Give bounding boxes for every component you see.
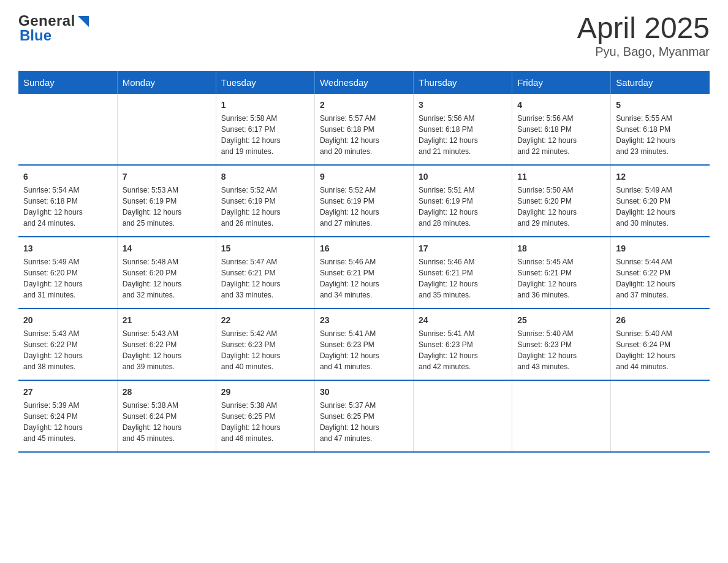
day-number: 22 (221, 314, 309, 327)
calendar-cell: 4Sunrise: 5:56 AM Sunset: 6:18 PM Daylig… (512, 94, 611, 165)
calendar-cell (512, 380, 611, 452)
calendar-cell: 6Sunrise: 5:54 AM Sunset: 6:18 PM Daylig… (18, 165, 117, 237)
calendar-cell: 1Sunrise: 5:58 AM Sunset: 6:17 PM Daylig… (216, 94, 314, 165)
day-number: 13 (23, 242, 112, 255)
header-wednesday: Wednesday (314, 71, 413, 94)
title-block: April 2025 Pyu, Bago, Myanmar (577, 12, 710, 59)
calendar-cell (117, 94, 216, 165)
day-number: 4 (517, 99, 605, 112)
day-number: 11 (517, 170, 605, 183)
day-info: Sunrise: 5:56 AM Sunset: 6:18 PM Dayligh… (517, 113, 605, 157)
day-number: 21 (123, 314, 211, 327)
calendar-cell: 29Sunrise: 5:38 AM Sunset: 6:25 PM Dayli… (216, 380, 314, 452)
day-number: 19 (616, 242, 705, 255)
day-info: Sunrise: 5:56 AM Sunset: 6:18 PM Dayligh… (419, 113, 507, 157)
calendar-week-row: 6Sunrise: 5:54 AM Sunset: 6:18 PM Daylig… (18, 165, 710, 237)
day-number: 18 (517, 242, 605, 255)
header-thursday: Thursday (414, 71, 512, 94)
day-info: Sunrise: 5:46 AM Sunset: 6:21 PM Dayligh… (320, 256, 408, 301)
calendar-cell: 30Sunrise: 5:37 AM Sunset: 6:25 PM Dayli… (314, 380, 413, 452)
calendar-week-row: 1Sunrise: 5:58 AM Sunset: 6:17 PM Daylig… (18, 94, 710, 165)
day-number: 28 (123, 386, 211, 399)
day-info: Sunrise: 5:49 AM Sunset: 6:20 PM Dayligh… (23, 256, 112, 301)
header-sunday: Sunday (18, 71, 117, 94)
svg-marker-0 (78, 16, 89, 27)
day-number: 9 (320, 170, 408, 183)
day-number: 3 (419, 99, 507, 112)
calendar-cell: 15Sunrise: 5:47 AM Sunset: 6:21 PM Dayli… (216, 237, 314, 308)
day-number: 7 (123, 170, 211, 183)
calendar-cell: 5Sunrise: 5:55 AM Sunset: 6:18 PM Daylig… (611, 94, 710, 165)
day-info: Sunrise: 5:48 AM Sunset: 6:20 PM Dayligh… (123, 256, 211, 301)
day-number: 10 (419, 170, 507, 183)
day-info: Sunrise: 5:57 AM Sunset: 6:18 PM Dayligh… (320, 113, 408, 157)
day-info: Sunrise: 5:42 AM Sunset: 6:23 PM Dayligh… (221, 328, 309, 372)
calendar-cell: 19Sunrise: 5:44 AM Sunset: 6:22 PM Dayli… (611, 237, 710, 308)
calendar-cell (414, 380, 512, 452)
header-saturday: Saturday (611, 71, 710, 94)
page-header: General Blue April 2025 Pyu, Bago, Myanm… (18, 12, 710, 59)
day-number: 2 (320, 99, 408, 112)
day-number: 20 (23, 314, 112, 327)
day-number: 8 (221, 170, 309, 183)
calendar-cell: 26Sunrise: 5:40 AM Sunset: 6:24 PM Dayli… (611, 308, 710, 380)
day-info: Sunrise: 5:49 AM Sunset: 6:20 PM Dayligh… (616, 185, 705, 229)
calendar-cell: 24Sunrise: 5:41 AM Sunset: 6:23 PM Dayli… (414, 308, 512, 380)
day-info: Sunrise: 5:43 AM Sunset: 6:22 PM Dayligh… (23, 328, 112, 372)
calendar-header-row: SundayMondayTuesdayWednesdayThursdayFrid… (18, 71, 710, 94)
calendar-cell: 23Sunrise: 5:41 AM Sunset: 6:23 PM Dayli… (314, 308, 413, 380)
calendar-cell (611, 380, 710, 452)
day-info: Sunrise: 5:52 AM Sunset: 6:19 PM Dayligh… (320, 185, 408, 229)
day-info: Sunrise: 5:37 AM Sunset: 6:25 PM Dayligh… (320, 400, 408, 444)
day-info: Sunrise: 5:52 AM Sunset: 6:19 PM Dayligh… (221, 185, 309, 229)
logo: General Blue (18, 12, 90, 44)
calendar-week-row: 13Sunrise: 5:49 AM Sunset: 6:20 PM Dayli… (18, 237, 710, 308)
calendar-cell: 20Sunrise: 5:43 AM Sunset: 6:22 PM Dayli… (18, 308, 117, 380)
day-info: Sunrise: 5:51 AM Sunset: 6:19 PM Dayligh… (419, 185, 507, 229)
calendar-cell: 17Sunrise: 5:46 AM Sunset: 6:21 PM Dayli… (414, 237, 512, 308)
calendar-cell: 9Sunrise: 5:52 AM Sunset: 6:19 PM Daylig… (314, 165, 413, 237)
day-info: Sunrise: 5:53 AM Sunset: 6:19 PM Dayligh… (123, 185, 211, 229)
day-info: Sunrise: 5:58 AM Sunset: 6:17 PM Dayligh… (221, 113, 309, 157)
day-info: Sunrise: 5:38 AM Sunset: 6:25 PM Dayligh… (221, 400, 309, 444)
calendar-cell: 28Sunrise: 5:38 AM Sunset: 6:24 PM Dayli… (117, 380, 216, 452)
calendar-cell: 12Sunrise: 5:49 AM Sunset: 6:20 PM Dayli… (611, 165, 710, 237)
calendar-cell: 2Sunrise: 5:57 AM Sunset: 6:18 PM Daylig… (314, 94, 413, 165)
calendar-cell: 8Sunrise: 5:52 AM Sunset: 6:19 PM Daylig… (216, 165, 314, 237)
day-number: 30 (320, 386, 408, 399)
calendar-cell: 21Sunrise: 5:43 AM Sunset: 6:22 PM Dayli… (117, 308, 216, 380)
day-info: Sunrise: 5:38 AM Sunset: 6:24 PM Dayligh… (123, 400, 211, 444)
header-monday: Monday (117, 71, 216, 94)
calendar-cell: 25Sunrise: 5:40 AM Sunset: 6:23 PM Dayli… (512, 308, 611, 380)
calendar-cell: 3Sunrise: 5:56 AM Sunset: 6:18 PM Daylig… (414, 94, 512, 165)
logo-triangle-icon (77, 15, 90, 28)
calendar-cell: 14Sunrise: 5:48 AM Sunset: 6:20 PM Dayli… (117, 237, 216, 308)
day-info: Sunrise: 5:41 AM Sunset: 6:23 PM Dayligh… (320, 328, 408, 372)
day-number: 6 (23, 170, 112, 183)
day-number: 29 (221, 386, 309, 399)
day-number: 24 (419, 314, 507, 327)
day-info: Sunrise: 5:46 AM Sunset: 6:21 PM Dayligh… (419, 256, 507, 301)
calendar-cell: 22Sunrise: 5:42 AM Sunset: 6:23 PM Dayli… (216, 308, 314, 380)
day-number: 23 (320, 314, 408, 327)
header-tuesday: Tuesday (216, 71, 314, 94)
day-number: 5 (616, 99, 705, 112)
day-number: 15 (221, 242, 309, 255)
day-info: Sunrise: 5:45 AM Sunset: 6:21 PM Dayligh… (517, 256, 605, 301)
calendar-cell: 27Sunrise: 5:39 AM Sunset: 6:24 PM Dayli… (18, 380, 117, 452)
calendar-cell: 18Sunrise: 5:45 AM Sunset: 6:21 PM Dayli… (512, 237, 611, 308)
day-info: Sunrise: 5:41 AM Sunset: 6:23 PM Dayligh… (419, 328, 507, 372)
calendar-week-row: 27Sunrise: 5:39 AM Sunset: 6:24 PM Dayli… (18, 380, 710, 452)
day-number: 12 (616, 170, 705, 183)
header-friday: Friday (512, 71, 611, 94)
day-number: 25 (517, 314, 605, 327)
day-number: 17 (419, 242, 507, 255)
page-title: April 2025 (577, 12, 710, 45)
day-info: Sunrise: 5:43 AM Sunset: 6:22 PM Dayligh… (123, 328, 211, 372)
day-info: Sunrise: 5:40 AM Sunset: 6:23 PM Dayligh… (517, 328, 605, 372)
day-info: Sunrise: 5:55 AM Sunset: 6:18 PM Dayligh… (616, 113, 705, 157)
calendar-table: SundayMondayTuesdayWednesdayThursdayFrid… (18, 71, 710, 453)
day-info: Sunrise: 5:44 AM Sunset: 6:22 PM Dayligh… (616, 256, 705, 301)
day-number: 16 (320, 242, 408, 255)
calendar-cell: 7Sunrise: 5:53 AM Sunset: 6:19 PM Daylig… (117, 165, 216, 237)
